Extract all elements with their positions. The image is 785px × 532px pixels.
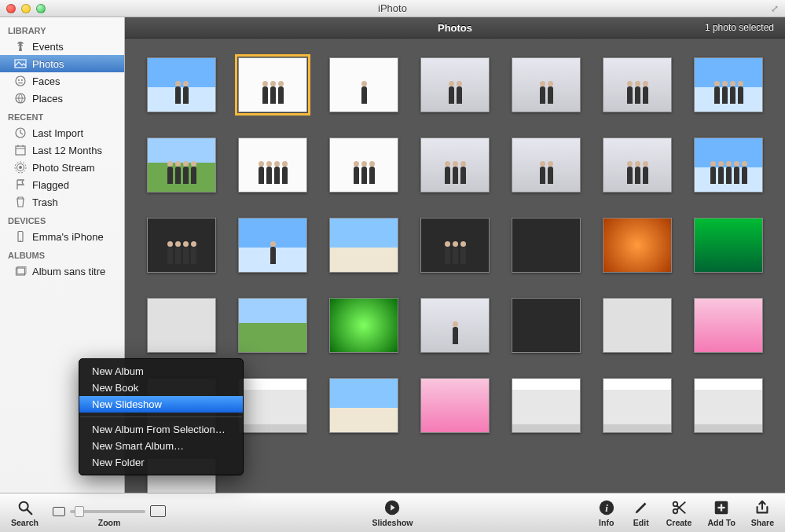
sidebar-item-label: Photos — [32, 58, 64, 70]
svg-rect-6 — [16, 146, 25, 155]
svg-text:i: i — [605, 503, 608, 514]
sidebar-item-label: Last Import — [32, 127, 83, 139]
sidebar-item-trash[interactable]: Trash — [0, 193, 124, 211]
photo-thumbnail[interactable] — [238, 378, 307, 433]
menu-item-new-folder[interactable]: New Folder — [79, 454, 243, 471]
photo-thumbnail[interactable] — [329, 218, 398, 273]
create-button[interactable]: Create — [666, 498, 692, 527]
menu-item-new-book[interactable]: New Book — [79, 380, 243, 396]
photo-thumbnail[interactable] — [238, 138, 307, 193]
add-to-button[interactable]: Add To — [707, 498, 735, 527]
faces-icon — [14, 75, 27, 87]
sidebar-item-label: Events — [32, 41, 64, 53]
menu-item-new-album-from-selection[interactable]: New Album From Selection… — [79, 421, 243, 438]
photo-thumbnail[interactable] — [329, 298, 398, 353]
flag-icon — [14, 178, 27, 191]
photo-thumbnail[interactable] — [329, 138, 398, 193]
fullscreen-icon[interactable]: ⤢ — [771, 3, 779, 14]
sidebar-item-faces[interactable]: Faces — [0, 72, 124, 90]
sidebar-item-photos[interactable]: Photos — [0, 55, 124, 72]
sidebar-item-places[interactable]: Places — [0, 90, 124, 107]
sidebar-item-album[interactable]: Album sans titre — [0, 262, 124, 280]
tool-label: Edit — [633, 518, 649, 527]
edit-button[interactable]: Edit — [632, 498, 651, 527]
tool-label: Share — [751, 518, 774, 527]
globe-icon — [14, 92, 27, 105]
sidebar-item-last-12-months[interactable]: Last 12 Months — [0, 141, 124, 159]
svg-point-3 — [21, 79, 23, 81]
photo-thumbnail[interactable] — [694, 138, 763, 193]
palm-icon — [14, 40, 27, 53]
photo-thumbnail[interactable] — [694, 57, 763, 112]
share-icon — [753, 498, 772, 517]
tool-label: Info — [599, 518, 614, 527]
photo-thumbnail[interactable] — [238, 298, 307, 353]
photo-thumbnail[interactable] — [694, 298, 763, 353]
sidebar-heading-devices: DEVICES — [0, 211, 124, 228]
play-icon — [383, 498, 402, 517]
photo-thumbnail[interactable] — [512, 138, 581, 193]
tool-label: Search — [11, 518, 39, 527]
zoom-in-icon[interactable] — [150, 505, 166, 517]
calendar-icon — [14, 144, 27, 156]
photo-thumbnail[interactable] — [694, 378, 763, 433]
menu-separator — [80, 416, 242, 417]
photo-thumbnail[interactable] — [603, 298, 672, 353]
photo-thumbnail[interactable] — [329, 378, 398, 433]
share-button[interactable]: Share — [751, 498, 774, 527]
photo-thumbnail[interactable] — [238, 57, 307, 112]
photo-thumbnail[interactable] — [329, 57, 398, 112]
bottom-toolbar: Search Zoom Slideshow i Info Edit Create — [0, 493, 785, 532]
photo-thumbnail[interactable] — [147, 57, 216, 112]
photo-thumbnail[interactable] — [603, 378, 672, 433]
photo-thumbnail[interactable] — [420, 57, 490, 112]
phone-icon — [14, 230, 27, 243]
photo-thumbnail[interactable] — [512, 218, 581, 273]
tool-label: Zoom — [98, 518, 121, 527]
pencil-icon — [632, 498, 651, 517]
scissors-icon — [669, 498, 688, 517]
photo-thumbnail[interactable] — [603, 57, 672, 112]
sidebar-item-last-import[interactable]: Last Import — [0, 124, 124, 141]
slideshow-button[interactable]: Slideshow — [372, 498, 413, 527]
photo-thumbnail[interactable] — [147, 218, 216, 273]
info-button[interactable]: i Info — [597, 498, 616, 527]
photo-thumbnail[interactable] — [512, 378, 581, 433]
photo-thumbnail[interactable] — [147, 298, 216, 353]
photo-thumbnail[interactable] — [603, 218, 672, 273]
menu-item-new-slideshow[interactable]: New Slideshow — [79, 396, 243, 413]
sidebar-item-device-iphone[interactable]: Emma's iPhone — [0, 228, 124, 245]
zoom-slider[interactable] — [70, 510, 145, 513]
content-header: Photos 1 photo selected — [125, 17, 785, 39]
sidebar-item-photo-stream[interactable]: Photo Stream — [0, 159, 124, 176]
photo-thumbnail[interactable] — [238, 218, 307, 273]
photo-thumbnail[interactable] — [512, 298, 581, 353]
search-icon — [16, 498, 35, 517]
search-button[interactable]: Search — [11, 498, 39, 527]
selection-status: 1 photo selected — [705, 22, 774, 33]
sidebar-item-label: Places — [32, 93, 63, 105]
sidebar-heading-library: LIBRARY — [0, 20, 124, 38]
zoom-control[interactable]: Zoom — [53, 505, 166, 527]
photo-thumbnail[interactable] — [420, 298, 490, 353]
titlebar: iPhoto ⤢ — [0, 0, 785, 17]
photo-thumbnail[interactable] — [603, 138, 672, 193]
sidebar-item-label: Faces — [32, 75, 60, 87]
info-icon: i — [597, 498, 616, 517]
photos-icon — [14, 57, 27, 70]
photo-thumbnail[interactable] — [147, 138, 216, 193]
photo-thumbnail[interactable] — [420, 138, 490, 193]
photo-thumbnail[interactable] — [420, 218, 490, 273]
sidebar-item-flagged[interactable]: Flagged — [0, 176, 124, 193]
sidebar-item-label: Flagged — [32, 179, 69, 191]
zoom-out-icon[interactable] — [53, 507, 65, 516]
photo-thumbnail[interactable] — [420, 378, 490, 433]
menu-item-new-album[interactable]: New Album — [79, 363, 243, 380]
svg-point-10 — [19, 166, 22, 169]
photo-thumbnail[interactable] — [694, 218, 763, 273]
svg-line-18 — [27, 510, 31, 515]
sidebar-item-events[interactable]: Events — [0, 38, 124, 55]
sidebar-item-label: Emma's iPhone — [32, 231, 104, 243]
menu-item-new-smart-album[interactable]: New Smart Album… — [79, 438, 243, 454]
photo-thumbnail[interactable] — [512, 57, 581, 112]
